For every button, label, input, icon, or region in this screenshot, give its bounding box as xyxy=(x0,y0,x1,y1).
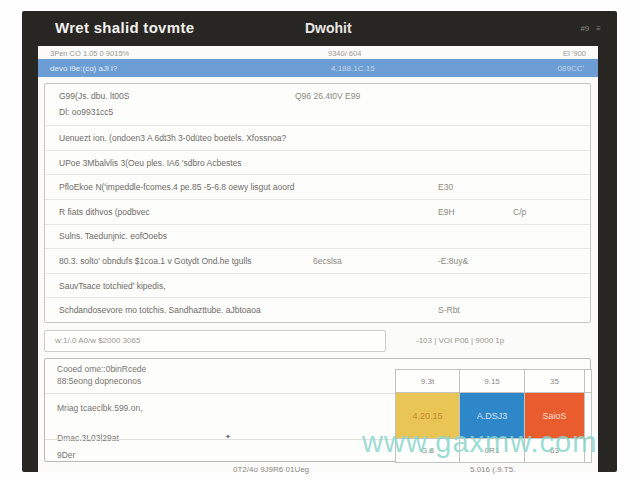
watermark-text: www.gaxmw.com xyxy=(362,426,597,459)
window-subtitle: Dwohit xyxy=(305,20,352,36)
summary-line: 88:5eong dopneconos xyxy=(57,376,141,386)
footer-left-text: 0T2/4o 9J9R6 01Ueg xyxy=(233,465,309,474)
row-value: 6ecslsa xyxy=(313,256,342,266)
table-header-cell: 9.15 xyxy=(459,369,524,393)
list-item[interactable]: SauvTsace totchied' kipedis, xyxy=(45,274,590,299)
list-item[interactable]: G99(Js. dbu. lt00S Q96 26.4t0V E99 Dl: o… xyxy=(45,84,590,126)
apps-icon[interactable]: #9 xyxy=(580,24,589,33)
filter-bar: w:1/.0 A0/w $2000 3065 -103 | VOI P06 | … xyxy=(44,330,591,352)
row-value: E30 xyxy=(438,182,453,192)
selected-row-value: 4.188.1C.15 xyxy=(331,64,375,73)
list-item[interactable]: R fiats dithvos (podbvec E9H C/p xyxy=(45,200,590,225)
list-item[interactable]: PfloEkoe N('impeddle-fcomes.4 pe.85 -5-6… xyxy=(45,175,590,200)
footer-right-text: 5.016 (.9.T5. xyxy=(470,465,515,474)
row-label: R fiats dithvos (podbvec xyxy=(59,207,150,217)
summary-line: Cooed ome::0binRcede xyxy=(57,364,146,374)
list-item[interactable]: 80.3. solto' obndufs $1coa.1 v Gotydt On… xyxy=(45,249,590,274)
row-label: PfloEkoe N('impeddle-fcomes.4 pe.85 -5-6… xyxy=(59,182,295,192)
screenshot-stage: Wret shalid tovmte Dwohit #9 ≡ 3Pen CO 1… xyxy=(0,0,640,480)
row-label: 80.3. solto' obndufs $1coa.1 v Gotydt On… xyxy=(59,256,252,266)
divider xyxy=(45,393,395,394)
filter-input[interactable]: w:1/.0 A0/w $2000 3065 xyxy=(44,330,386,352)
list-item[interactable]: Sulns. Taedunjnic. eofOoebs xyxy=(45,225,590,250)
row-sublabel: Dl: oo9931cc5 xyxy=(59,107,113,117)
summary-line: 9Der xyxy=(57,450,75,460)
table-header-cell: 9.3t xyxy=(395,369,459,393)
app-window: Wret shalid tovmte Dwohit #9 ≡ 3Pen CO 1… xyxy=(22,11,617,472)
selected-row-label: devo l9e:(co) aJl l? xyxy=(50,64,117,73)
filter-summary: -103 | VOI P06 | 9000 1p xyxy=(416,330,504,352)
subheader-right: EI '900 xyxy=(563,49,586,58)
row-value: S-Rbt xyxy=(438,305,460,315)
summary-line: Dmac.3L03l29at xyxy=(57,433,119,443)
status-footer: 0T2/4o 9J9R6 01Ueg 5.016 (.9.T5. xyxy=(38,465,598,477)
titlebar-icons: #9 ≡ xyxy=(580,24,601,33)
list-item[interactable]: Uenuezt ion. (ondoen3 A 6dt3h 3-0düteo b… xyxy=(45,126,590,151)
row-label: Uenuezt ion. (ondoen3 A 6dt3h 3-0düteo b… xyxy=(59,133,286,143)
row-label: Schdandosevore mo totchis. Sandhazttube.… xyxy=(59,305,261,315)
row-label: SauvTsace totchied' kipedis, xyxy=(59,281,166,291)
detail-panel: G99(Js. dbu. lt00S Q96 26.4t0V E99 Dl: o… xyxy=(44,83,591,323)
list-item[interactable]: Schdandosevore mo totchis. Sandhazttube.… xyxy=(45,298,590,322)
window-title: Wret shalid tovmte xyxy=(55,19,194,36)
content-area: 3Pen CO 1.05 0 9015% 9340/ 604 EI '900 d… xyxy=(38,46,598,472)
column-header-row: 3Pen CO 1.05 0 9015% 9340/ 604 EI '900 xyxy=(38,46,598,59)
divider xyxy=(45,439,395,440)
row-value-2: C/p xyxy=(513,207,526,217)
row-value-2: -E:8uy& xyxy=(438,256,468,266)
table-spacer-cell xyxy=(584,369,592,393)
subheader-center: 9340/ 604 xyxy=(328,49,361,58)
row-label: UPoe 3Mbalvlis 3(Oeu ples. IA6 'sdbro Ac… xyxy=(59,158,242,168)
list-item[interactable]: UPoe 3Mbalvlis 3(Oeu ples. IA6 'sdbro Ac… xyxy=(45,151,590,176)
row-value: E9H xyxy=(438,207,455,217)
subheader-left: 3Pen CO 1.05 0 9015% xyxy=(50,49,129,58)
row-label: G99(Js. dbu. lt00S xyxy=(59,91,129,101)
row-label: Sulns. Taedunjnic. eofOoebs xyxy=(59,231,167,241)
summary-line: Mriag tcaeclbk.599.on, xyxy=(57,403,143,413)
selected-row[interactable]: devo l9e:(co) aJl l? 4.188.1C.15 089CC' xyxy=(38,59,598,77)
menu-icon[interactable]: ≡ xyxy=(596,24,601,33)
title-bar: Wret shalid tovmte Dwohit #9 ≡ xyxy=(22,11,617,46)
selected-row-right: 089CC' xyxy=(558,64,584,73)
table-header-cell: 35 xyxy=(524,369,584,393)
row-value: Q96 26.4t0V E99 xyxy=(295,91,360,101)
